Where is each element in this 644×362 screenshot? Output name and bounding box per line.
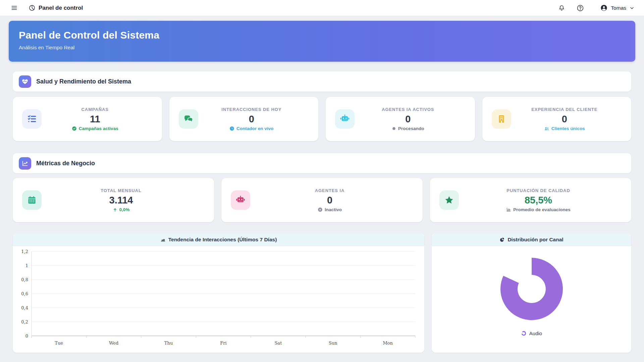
stat-status: Clientes únicos [511,126,618,131]
stat-value: 85,5% [459,195,618,206]
charts-row: Tendencia de Interacciones (Últimos 7 Dí… [13,233,631,353]
interactions-trend-card: Tendencia de Interacciones (Últimos 7 Dí… [13,233,424,353]
active-agents-icon-box [335,109,355,129]
stat-status: Inactivo [250,207,409,212]
clock-icon [229,126,234,131]
stat-label: TOTAL MENSUAL [42,188,201,193]
chart-area-icon [160,237,166,242]
star-icon [444,195,454,205]
svg-text:Mon: Mon [383,341,393,346]
svg-text:Sat: Sat [274,341,282,346]
stat-status-label: Inactivo [325,207,342,212]
dot-icon [392,126,396,131]
user-name: Tomas [611,5,626,11]
bell-icon [558,4,565,11]
stat-value: 0 [198,114,305,125]
stat-label: AGENTES IA [250,188,409,193]
help-icon [577,4,584,12]
arrow-up-icon [113,207,117,212]
svg-text:1: 1 [25,263,28,268]
stat-value: 0 [511,114,618,125]
svg-text:0,8: 0,8 [21,277,28,282]
interactions-trend-title: Tendencia de Interacciones (Últimos 7 Dí… [168,237,277,243]
stat-card-active-agents: AGENTES IA ACTIVOS 0 Procesando [326,97,475,141]
section-header-health: Salud y Rendimiento del Sistema [13,71,631,92]
donut-legend[interactable]: Audio [521,330,542,336]
stat-status: Campañas activas [42,126,149,131]
help-button[interactable] [575,3,585,13]
navbar-right: Tomas [557,3,635,13]
svg-text:0,6: 0,6 [21,291,28,296]
top-navbar: Panel de control Tomas [0,0,644,16]
stat-label: AGENTES IA ACTIVOS [355,107,462,112]
svg-text:Tue: Tue [55,341,63,346]
hamburger-menu-button[interactable] [9,3,19,13]
list-check-icon [27,114,37,124]
svg-text:Thu: Thu [164,341,173,346]
health-cards-row: CAMPAÑAS 11 Campañas activas INTERACCION… [13,97,631,141]
channel-distribution-card: Distribución por Canal Audio [432,233,631,353]
svg-text:0,4: 0,4 [21,305,28,310]
channel-distribution-title: Distribución por Canal [507,237,563,243]
interactions-trend-header: Tendencia de Interacciones (Últimos 7 Dí… [13,233,424,246]
page-banner: Panel de Control del Sistema Análisis en… [9,21,635,62]
circle-notch-icon [521,330,527,336]
svg-text:Sun: Sun [329,341,337,346]
calendar-icon [27,195,37,205]
donut-legend-label: Audio [529,330,542,336]
campaigns-icon-box [22,109,42,129]
stat-card-ai-agents: AGENTES IA 0 Inactivo [221,178,423,222]
stat-card-quality-score: PUNTUACIÓN DE CALIDAD 85,5% Promedio de … [430,178,631,222]
page-title: Panel de Control del Sistema [19,29,625,41]
stat-label: PUNTUACIÓN DE CALIDAD [459,188,618,193]
stat-status-label: Campañas activas [79,126,118,131]
quality-score-icon-box [439,190,459,210]
building-icon [496,114,506,124]
pie-chart-icon [499,237,505,242]
user-menu[interactable]: Tomas [600,4,635,12]
stat-card-campaigns: CAMPAÑAS 11 Campañas activas [13,97,162,141]
svg-text:0,2: 0,2 [21,319,28,324]
donut-chart-area: Audio [432,246,631,353]
hamburger-icon [11,4,18,11]
app-brand: Panel de control [29,4,83,11]
stat-value: 0 [250,195,409,206]
stat-label: INTERACCIONES DE HOY [198,107,305,112]
stat-label: CAMPAÑAS [42,107,149,112]
pie-chart-logo-icon [29,4,36,11]
svg-text:1,2: 1,2 [21,249,28,254]
users-icon [544,126,549,131]
stat-value: 11 [42,114,149,125]
comments-icon [183,114,194,124]
line-chart-area: 00,20,40,60,811,2TueWedThuFriSatSunMon [13,246,424,353]
stat-value: 3.114 [42,195,201,206]
section-title-business: Métricas de Negocio [36,160,95,167]
pause-circle-icon [318,207,323,212]
stat-label: EXPERIENCIA DEL CLIENTE [511,107,618,112]
robot-icon [235,195,246,205]
monthly-total-icon-box [22,190,42,210]
stat-status-label: 0,0% [119,207,130,212]
stat-value: 0 [355,114,462,125]
heart-pulse-icon [19,75,31,88]
donut-chart [498,255,565,322]
stat-card-monthly-total: TOTAL MENSUAL 3.114 0,0% [13,178,214,222]
svg-text:Fri: Fri [220,341,226,346]
stat-card-customer-experience: EXPERIENCIA DEL CLIENTE 0 Clientes único… [482,97,632,141]
business-cards-row: TOTAL MENSUAL 3.114 0,0% AGENTES IA 0 In… [13,178,631,222]
section-title-health: Salud y Rendimiento del Sistema [36,78,131,85]
customer-experience-icon-box [492,109,511,129]
stat-status-label: Clientes únicos [551,126,585,131]
chevron-down-icon [629,5,635,11]
channel-distribution-header: Distribución por Canal [432,233,631,246]
interactions-icon-box [179,109,198,129]
app-title: Panel de control [39,5,83,11]
stat-status-label: Promedio de evaluaciones [513,207,570,212]
check-circle-icon [72,126,77,131]
ai-agents-icon-box [231,190,250,210]
notifications-button[interactable] [557,3,567,13]
stat-status-label: Procesando [398,126,424,131]
stat-status: Promedio de evaluaciones [459,207,618,212]
section-header-business: Métricas de Negocio [13,153,631,173]
page-subtitle: Análisis en Tiempo Real [19,45,625,51]
